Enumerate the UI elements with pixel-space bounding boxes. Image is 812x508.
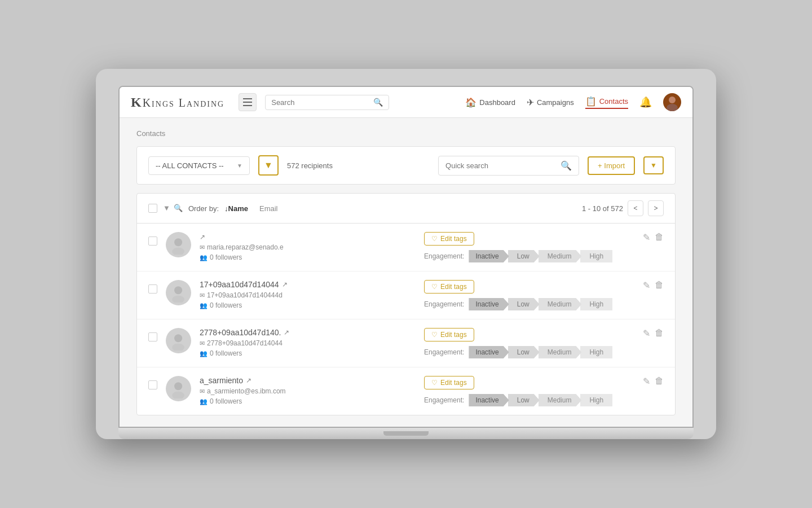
external-link-icon[interactable]: ↗ <box>284 329 289 336</box>
badge-inactive[interactable]: Inactive <box>469 298 509 310</box>
nav-link-dashboard[interactable]: 🏠 Dashboard <box>465 97 515 108</box>
contact-checkbox[interactable] <box>148 380 157 389</box>
mail-icon: ✉ <box>200 340 205 347</box>
badge-high[interactable]: High <box>580 394 612 406</box>
contacts-dropdown[interactable]: -- ALL CONTACTS -- ▼ <box>148 156 250 175</box>
nav-link-campaigns[interactable]: ✈ Campaigns <box>527 97 574 108</box>
engagement-row: Engagement: Inactive Low Medium High <box>424 250 629 262</box>
hamburger-button[interactable] <box>239 93 257 111</box>
contact-email: ✉ maria.reparaz@senado.e <box>200 243 404 251</box>
contact-actions: ♡ Edit tags Engagement: Inactive Low Med… <box>413 328 629 358</box>
contact-followers: 👥 0 followers <box>200 349 404 357</box>
badge-high[interactable]: High <box>580 298 612 310</box>
svg-point-7 <box>172 344 184 351</box>
app-logo: KKings Landing <box>131 95 224 110</box>
campaigns-icon: ✈ <box>527 97 534 108</box>
select-all-checkbox[interactable] <box>148 204 157 213</box>
nav-link-contacts[interactable]: 📋 Contacts <box>585 96 628 109</box>
badge-medium[interactable]: Medium <box>539 394 582 406</box>
sort-name-column[interactable]: ↓Name <box>224 204 248 213</box>
badge-medium[interactable]: Medium <box>539 250 582 262</box>
contacts-icon: 📋 <box>585 96 597 107</box>
edit-tags-button[interactable]: ♡ Edit tags <box>424 280 474 294</box>
delete-contact-icon[interactable]: 🗑 <box>655 280 664 290</box>
badge-inactive[interactable]: Inactive <box>469 394 509 406</box>
badge-low[interactable]: Low <box>508 298 540 310</box>
user-avatar[interactable] <box>663 93 681 111</box>
search-input[interactable] <box>271 98 373 107</box>
search-box[interactable]: 🔍 <box>265 95 389 110</box>
engagement-badges: Inactive Low Medium High <box>469 346 612 358</box>
quick-search-input[interactable] <box>445 161 561 170</box>
import-dropdown-button[interactable]: ▼ <box>643 156 664 174</box>
svg-point-0 <box>669 97 676 103</box>
engagement-badges: Inactive Low Medium High <box>469 250 612 262</box>
row-actions: ✎ 🗑 <box>643 232 664 243</box>
contact-checkbox[interactable] <box>148 284 157 294</box>
badge-medium[interactable]: Medium <box>539 298 582 310</box>
edit-tags-button[interactable]: ♡ Edit tags <box>424 232 474 246</box>
import-button[interactable]: + Import <box>588 156 635 175</box>
edit-contact-icon[interactable]: ✎ <box>643 280 650 291</box>
mail-icon: ✉ <box>200 244 205 251</box>
engagement-badges: Inactive Low Medium High <box>469 298 612 310</box>
contact-email: ✉ 17+09aa10d47d140444d <box>200 291 404 299</box>
contact-name: a_sarmiento ↗ <box>200 376 404 385</box>
badge-low[interactable]: Low <box>508 394 540 406</box>
quick-search-box[interactable]: 🔍 <box>438 156 579 176</box>
column-filter-icon[interactable]: ▼ <box>163 204 170 213</box>
badge-high[interactable]: High <box>580 250 612 262</box>
external-link-icon[interactable]: ↗ <box>246 376 251 384</box>
contacts-table: ▼ 🔍 Order by: ↓Name Email 1 - 10 of 572 … <box>136 193 676 415</box>
contact-avatar <box>166 280 191 305</box>
contact-checkbox[interactable] <box>148 332 157 341</box>
contact-email: ✉ a_sarmiento@es.ibm.com <box>200 387 404 395</box>
svg-point-1 <box>667 104 678 111</box>
contact-row: 17+09aa10d47d14044 ↗ ✉ 17+09aa10d47d1404… <box>137 271 675 319</box>
contact-actions: ♡ Edit tags Engagement: Inactive Low Med… <box>413 376 629 406</box>
edit-tags-button[interactable]: ♡ Edit tags <box>424 328 474 341</box>
external-link-icon[interactable]: ↗ <box>282 281 288 288</box>
badge-low[interactable]: Low <box>508 250 540 262</box>
badge-medium[interactable]: Medium <box>539 346 582 358</box>
external-link-icon[interactable]: ↗ <box>200 233 205 241</box>
edit-tags-button[interactable]: ♡ Edit tags <box>424 376 474 389</box>
column-search-icon[interactable]: 🔍 <box>174 204 183 213</box>
delete-contact-icon[interactable]: 🗑 <box>655 328 664 338</box>
edit-contact-icon[interactable]: ✎ <box>643 328 650 339</box>
badge-inactive[interactable]: Inactive <box>469 250 509 262</box>
followers-icon: 👥 <box>200 302 208 309</box>
tag-icon: ♡ <box>431 331 438 339</box>
row-actions: ✎ 🗑 <box>643 376 664 387</box>
svg-point-9 <box>172 392 184 398</box>
edit-contact-icon[interactable]: ✎ <box>643 232 650 243</box>
contact-name: 17+09aa10d47d14044 ↗ <box>200 280 404 289</box>
engagement-label: Engagement: <box>424 252 464 260</box>
engagement-row: Engagement: Inactive Low Medium High <box>424 394 629 406</box>
contact-info: 2778+09aa10d47d140. ↗ ✉ 2778+09aa10d47d1… <box>200 328 404 357</box>
filter-button[interactable]: ▼ <box>258 155 279 176</box>
contact-followers: 👥 0 followers <box>200 253 404 261</box>
contact-info: 17+09aa10d47d14044 ↗ ✉ 17+09aa10d47d1404… <box>200 280 404 309</box>
badge-high[interactable]: High <box>580 346 612 358</box>
svg-point-8 <box>174 382 182 390</box>
followers-icon: 👥 <box>200 254 208 261</box>
hamburger-line <box>243 102 252 103</box>
delete-contact-icon[interactable]: 🗑 <box>655 376 664 386</box>
mail-icon: ✉ <box>200 292 205 299</box>
delete-contact-icon[interactable]: 🗑 <box>655 232 664 242</box>
engagement-badges: Inactive Low Medium High <box>469 394 612 406</box>
breadcrumb: Contacts <box>136 129 676 138</box>
badge-inactive[interactable]: Inactive <box>469 346 509 358</box>
svg-point-2 <box>174 238 182 246</box>
next-page-button[interactable]: > <box>648 200 664 216</box>
edit-contact-icon[interactable]: ✎ <box>643 376 650 387</box>
prev-page-button[interactable]: < <box>628 200 643 216</box>
contact-checkbox[interactable] <box>148 237 157 246</box>
badge-low[interactable]: Low <box>508 346 540 358</box>
followers-icon: 👥 <box>200 398 208 405</box>
dashboard-icon: 🏠 <box>465 97 476 108</box>
notification-bell-icon[interactable]: 🔔 <box>639 96 652 108</box>
contact-actions: ♡ Edit tags Engagement: Inactive Low Med… <box>413 280 629 310</box>
order-by-label: Order by: <box>188 204 219 213</box>
